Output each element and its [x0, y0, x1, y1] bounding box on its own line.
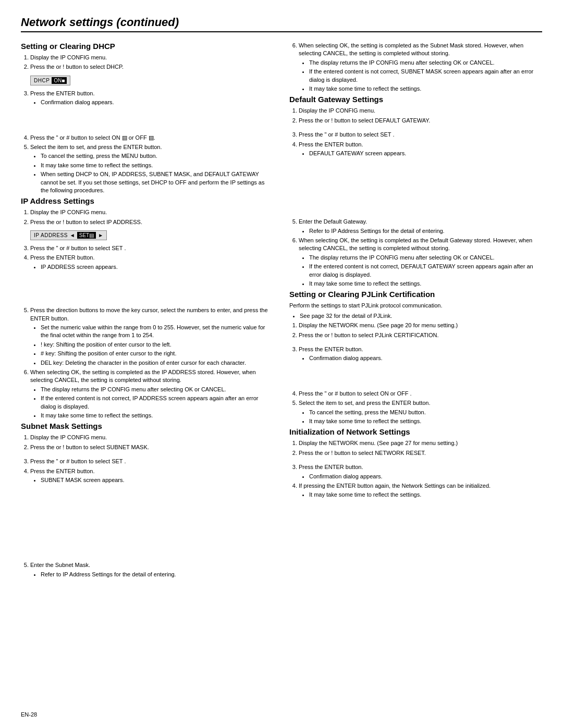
page-header: Network settings (continued): [21, 16, 542, 32]
list-item: Refer to IP Address Settings for the det…: [41, 571, 274, 578]
dhcp-screen-sim: DHCP ON■: [30, 73, 274, 88]
gateway-steps-3-4: Press the " or # button to select SET . …: [289, 131, 542, 157]
section-ip-title: IP Address Settings: [21, 196, 274, 205]
list-item: Press the ENTER button. Confirmation dia…: [299, 346, 542, 363]
step4-bullets: SUBNET MASK screen appears.: [30, 476, 274, 484]
pjlink-steps-4-5: Press the " or # button to select ON or …: [289, 390, 542, 426]
list-item: The display returns the IP CONFIG menu a…: [309, 59, 542, 67]
list-item: Set the numeric value within the range f…: [41, 324, 274, 340]
step4-bullets: It may take some time to reflect the set…: [299, 491, 542, 499]
list-item: Press the ENTER button. Confirmation dia…: [299, 463, 542, 480]
list-item: Confirmation dialog appears.: [309, 354, 542, 362]
list-item: Select the item to set, and press the EN…: [299, 399, 542, 425]
list-item: It may take some time to reflect the set…: [309, 280, 542, 288]
list-item: Enter the Subnet Mask. Refer to IP Addre…: [30, 561, 274, 578]
list-item: Press the " or # button to select SET .: [299, 131, 542, 139]
list-item: Display the NETWORK menu. (See page 27 f…: [299, 439, 542, 447]
step6-bullets: The display returns the IP CONFIG menu a…: [30, 386, 274, 420]
list-item: To cancel the setting, press the MENU bu…: [41, 152, 274, 160]
list-item: Display the IP CONFIG menu.: [299, 107, 542, 115]
list-item: See page 32 for the detail of PJLink.: [300, 312, 542, 320]
list-item: It may take some time to reflect the set…: [309, 417, 542, 425]
key-label: ! key: Shifting the position of enter cu…: [41, 341, 172, 348]
list-item: Display the IP CONFIG menu.: [30, 208, 274, 216]
list-item: Display the IP CONFIG menu.: [30, 54, 274, 61]
list-item: ! key: Shifting the position of enter cu…: [41, 341, 274, 349]
step6-bullets: The display returns the IP CONFIG menu a…: [299, 254, 542, 288]
dhcp-screen: DHCP ON■: [30, 76, 70, 85]
section-dhcp-title: Setting or Clearing DHCP: [21, 42, 274, 51]
list-item: When selecting OK, the setting is comple…: [30, 368, 274, 419]
page-footer: EN-28: [21, 711, 37, 718]
dhcp-steps-4-5: Press the " or # button to select ON ▤ o…: [21, 134, 274, 195]
dhcp-steps-continued: Press the ENTER button. Confirmation dia…: [21, 90, 274, 107]
step3-bullets: Confirmation dialog appears.: [299, 473, 542, 480]
list-item: To cancel the setting, press the MENU bu…: [309, 409, 542, 416]
list-item: Press the or ! button to select PJLink C…: [299, 331, 542, 339]
list-item: When selecting OK, the setting is comple…: [299, 237, 542, 288]
list-item: When setting DHCP to ON, IP ADDRESS, SUB…: [41, 170, 274, 194]
step3-bullets: Confirmation dialog appears.: [30, 98, 274, 106]
list-item: If the entered content is not correct, I…: [41, 394, 274, 411]
list-item: Enter the Default Gateway. Refer to IP A…: [299, 218, 542, 235]
step5-bullets: Set the numeric value within the range f…: [30, 324, 274, 367]
two-column-layout: Setting or Clearing DHCP Display the IP …: [21, 42, 542, 581]
list-item: Press the " or # button to select SET .: [30, 458, 274, 465]
section-init-title: Initialization of Network Settings: [289, 427, 542, 436]
right-column: When selecting OK, the setting is comple…: [289, 42, 542, 581]
list-item: Press the ENTER button. DEFAULT GATEWAY …: [299, 141, 542, 158]
section-subnet-title: Subnet Mask Settings: [21, 422, 274, 430]
list-item: SUBNET MASK screen appears.: [41, 476, 274, 484]
list-item: Press the or ! button to select SUBNET M…: [30, 443, 274, 451]
list-item: Display the IP CONFIG menu.: [30, 434, 274, 441]
gateway-steps-5-6: Enter the Default Gateway. Refer to IP A…: [289, 218, 542, 288]
del-key-label: DEL key: Deleting the character in the p…: [41, 360, 246, 366]
left-column: Setting or Clearing DHCP Display the IP …: [21, 42, 274, 581]
list-item: The display returns the IP CONFIG menu a…: [41, 386, 274, 393]
step6-bullets: The display returns the IP CONFIG menu a…: [299, 59, 542, 93]
list-item: Press the " or # button to select ON ▤ o…: [30, 134, 274, 142]
ip-screen: IP ADDRESS ◄ SET▤ ►: [30, 230, 107, 240]
list-item: It may take some time to reflect the set…: [309, 85, 542, 93]
pjlink-steps: Display the NETWORK menu. (See page 20 f…: [289, 322, 542, 339]
list-item: It may take some time to reflect the set…: [309, 491, 542, 499]
step5-bullets: Refer to IP Address Settings for the det…: [30, 571, 274, 578]
dhcp-screen-value: ON■: [52, 77, 67, 84]
list-item: Press the " or # button to select SET .: [30, 244, 274, 252]
list-item: If the entered content is not correct, S…: [309, 68, 542, 84]
subnet-steps-5: Enter the Subnet Mask. Refer to IP Addre…: [21, 561, 274, 578]
list-item: Confirmation dialog appears.: [41, 98, 274, 106]
dhcp-screen-label: DHCP: [34, 78, 50, 83]
subnet-continued: When selecting OK, the setting is comple…: [289, 42, 542, 93]
pjlink-intro: Perform the settings to start PJLink pro…: [289, 302, 542, 310]
list-item: Press the ENTER button. IP ADDRESS scree…: [30, 254, 274, 271]
step4-bullets: DEFAULT GATEWAY screen appears.: [299, 150, 542, 157]
section-init: Initialization of Network Settings Displ…: [289, 427, 542, 499]
subnet-steps: Display the IP CONFIG menu. Press the or…: [21, 434, 274, 451]
page-title: Network settings (continued): [21, 16, 179, 29]
init-steps-3-4: Press the ENTER button. Confirmation dia…: [289, 463, 542, 499]
step4-bullets: IP ADDRESS screen appears.: [30, 263, 274, 271]
list-item: When selecting OK, the setting is comple…: [299, 42, 542, 93]
subnet-cont-steps: When selecting OK, the setting is comple…: [289, 42, 542, 93]
section-subnet: Subnet Mask Settings Display the IP CONF…: [21, 422, 274, 578]
list-item: # key: Shifting the position of enter cu…: [41, 350, 274, 357]
section-pjlink: Setting or Clearing PJLink Certification…: [289, 290, 542, 425]
list-item: If the entered content is not correct, D…: [309, 263, 542, 279]
list-item: DEFAULT GATEWAY screen appears.: [309, 150, 542, 157]
step5-bullets: To cancel the setting, press the MENU bu…: [30, 152, 274, 194]
list-item: DEL key: Deleting the character in the p…: [41, 359, 274, 367]
section-gateway: Default Gateway Settings Display the IP …: [289, 95, 542, 288]
left-arrow-icon: ◄: [70, 232, 75, 238]
list-item: Press the ENTER button. Confirmation dia…: [30, 90, 274, 107]
dhcp-steps: Display the IP CONFIG menu. Press the or…: [21, 54, 274, 71]
list-item: Press the direction buttons to move the …: [30, 306, 274, 367]
section-ip: IP Address Settings Display the IP CONFI…: [21, 196, 274, 419]
page: Network settings (continued) Setting or …: [0, 0, 563, 728]
list-item: Press the or ! button to select IP ADDRE…: [30, 218, 274, 226]
subnet-steps-3-4: Press the " or # button to select SET . …: [21, 458, 274, 484]
list-item: The display returns the IP CONFIG menu a…: [309, 254, 542, 262]
step5-bullets: Refer to IP Address Settings for the det…: [299, 227, 542, 235]
list-item: Refer to IP Address Settings for the det…: [309, 227, 542, 235]
pjlink-see: See page 32 for the detail of PJLink.: [289, 312, 542, 320]
